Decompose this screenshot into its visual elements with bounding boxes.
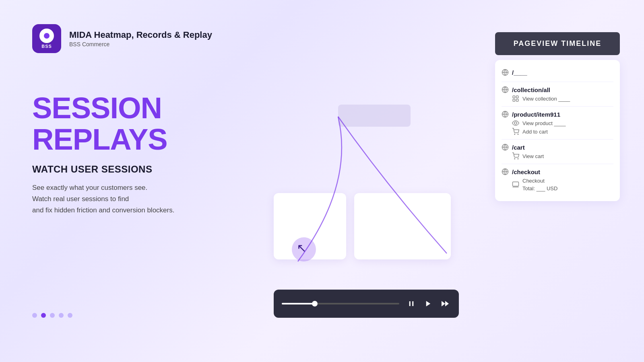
panel-body: /____ /collection/all View collection __… bbox=[495, 60, 620, 201]
browser-box-top bbox=[338, 105, 411, 127]
play-button[interactable] bbox=[423, 298, 434, 309]
company-name: BSS Commerce bbox=[69, 41, 212, 47]
svg-rect-9 bbox=[513, 99, 515, 101]
svg-marker-2 bbox=[426, 301, 431, 306]
svg-rect-0 bbox=[409, 301, 411, 306]
progress-thumb[interactable] bbox=[312, 301, 318, 306]
desc-line3: and fix hidden friction and conversion b… bbox=[32, 206, 174, 214]
timeline-url-checkout: /checkout bbox=[512, 169, 540, 175]
svg-rect-7 bbox=[513, 96, 515, 98]
app-header: BSS MIDA Heatmap, Records & Replay BSS C… bbox=[32, 24, 212, 53]
timeline-url-cart: /cart bbox=[512, 144, 525, 151]
timeline-action-add-to-cart: Add to cart bbox=[522, 129, 548, 135]
svg-point-16 bbox=[514, 158, 515, 159]
viz-area: ↖ bbox=[274, 105, 455, 274]
timeline-url-collection: /collection/all bbox=[512, 86, 550, 93]
timeline-action-view-product: View product ____ bbox=[522, 120, 566, 126]
add-to-cart-icon bbox=[512, 128, 519, 135]
desc-line2: Watch real user sessions to find bbox=[32, 195, 129, 203]
timeline-item-checkout: /checkout CheckoutTotal: ___ USD bbox=[502, 164, 613, 196]
globe-icon-collection bbox=[502, 86, 509, 93]
svg-point-17 bbox=[518, 158, 518, 159]
svg-marker-4 bbox=[445, 301, 449, 306]
view-cart-icon bbox=[512, 152, 519, 160]
timeline-url-product: /product/item911 bbox=[512, 111, 560, 118]
carousel-dots bbox=[32, 313, 72, 318]
cursor: ↖ bbox=[292, 237, 316, 261]
product-view-icon bbox=[512, 119, 519, 127]
timeline-action-view-collection: View collection ____ bbox=[522, 96, 570, 102]
header-text: MIDA Heatmap, Records & Replay BSS Comme… bbox=[69, 30, 212, 47]
globe-icon-product bbox=[502, 111, 509, 118]
logo-icon bbox=[39, 29, 54, 43]
player-controls bbox=[406, 298, 451, 309]
timeline-item-cart: /cart View cart bbox=[502, 140, 613, 164]
timeline-url-home: /____ bbox=[512, 69, 527, 76]
timeline-item-collection: /collection/all View collection ____ bbox=[502, 82, 613, 107]
pause-button[interactable] bbox=[406, 298, 417, 309]
description: See exactly what your customers see. Wat… bbox=[32, 182, 282, 216]
globe-icon-checkout bbox=[502, 168, 509, 175]
cursor-arrow: ↖ bbox=[297, 242, 307, 254]
progress-fill bbox=[282, 303, 315, 304]
panel-header-title: PAGEVIEW TIMELINE bbox=[495, 32, 620, 55]
session-title: SESSION REPLAYS bbox=[32, 93, 282, 155]
timeline-action-checkout: CheckoutTotal: ___ USD bbox=[522, 178, 557, 191]
svg-point-12 bbox=[514, 122, 517, 124]
svg-marker-3 bbox=[442, 301, 445, 306]
svg-rect-1 bbox=[412, 301, 413, 306]
svg-rect-19 bbox=[513, 182, 519, 186]
svg-point-13 bbox=[514, 134, 515, 135]
dot-5[interactable] bbox=[68, 313, 72, 318]
timeline-item-product: /product/item911 View product ____ Add t… bbox=[502, 107, 613, 140]
browser-box-right bbox=[354, 193, 451, 259]
fast-forward-button[interactable] bbox=[440, 298, 451, 309]
main-content: SESSION REPLAYS WATCH USER SESSIONS See … bbox=[32, 93, 282, 216]
svg-rect-8 bbox=[516, 96, 518, 98]
watch-title: WATCH USER SESSIONS bbox=[32, 164, 282, 175]
pageview-timeline-panel: PAGEVIEW TIMELINE /____ /collection/all … bbox=[495, 32, 620, 201]
app-name: MIDA Heatmap, Records & Replay bbox=[69, 30, 212, 40]
dot-4[interactable] bbox=[59, 313, 64, 318]
dot-1[interactable] bbox=[32, 313, 37, 318]
timeline-action-view-cart: View cart bbox=[522, 153, 544, 159]
globe-icon-home bbox=[502, 69, 509, 76]
globe-icon-cart bbox=[502, 144, 509, 151]
dot-2[interactable] bbox=[41, 313, 46, 318]
dot-3[interactable] bbox=[50, 313, 55, 318]
checkout-icon bbox=[512, 181, 519, 188]
collection-action-icon bbox=[512, 95, 519, 102]
progress-track[interactable] bbox=[282, 303, 399, 304]
logo-bss-label: BSS bbox=[41, 44, 52, 49]
app-logo: BSS bbox=[32, 24, 61, 53]
video-player-bar bbox=[274, 290, 459, 318]
desc-line1: See exactly what your customers see. bbox=[32, 184, 147, 191]
svg-point-14 bbox=[518, 134, 518, 135]
timeline-item-home: /____ bbox=[502, 65, 613, 82]
svg-rect-10 bbox=[516, 99, 518, 101]
